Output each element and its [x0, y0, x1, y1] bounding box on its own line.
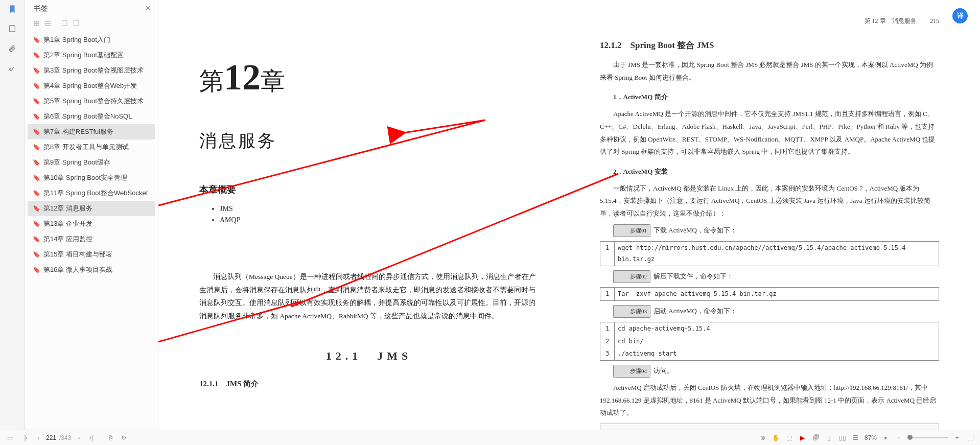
- dropdown-icon[interactable]: ▾: [881, 433, 890, 442]
- bookmark-label: 第6章 Spring Boot整合NoSQL: [43, 112, 132, 121]
- thumbnail-view-icon[interactable]: ▭: [5, 433, 14, 442]
- bookmark-label: 第11章 Spring Boot整合WebSocket: [43, 189, 148, 198]
- bookmark-item[interactable]: 🔖第5章 Spring Boot整合持久层技术: [28, 93, 155, 109]
- sidebar-tools: ⊞ ⊟ ☐ ☐: [25, 17, 158, 31]
- subsection-heading: 12.1.1 JMS 简介: [199, 379, 539, 389]
- step-line: 步骤01下载 ActiveMQ，命令如下：: [600, 224, 939, 237]
- signature-icon[interactable]: [7, 62, 17, 73]
- page-left: 第12章 消息服务 本章概要 JMS AMQP 消息队列（Message Que…: [189, 10, 549, 435]
- bookmark-label: 第8章 开发者工具与单元测试: [43, 143, 129, 152]
- bookmark-glyph-icon: 🔖: [33, 190, 40, 197]
- single-page-icon[interactable]: ▯: [825, 433, 834, 442]
- chapter-title: 消息服务: [199, 129, 539, 153]
- current-page[interactable]: 221: [46, 434, 56, 441]
- bookmark-item[interactable]: 🔖第2章 Spring Boot基础配置: [28, 48, 155, 63]
- numbered-heading: 1．ActiveMQ 简介: [600, 91, 939, 104]
- bookmark-item[interactable]: 🔖第15章 项目构建与部署: [28, 247, 155, 262]
- bookmark-label: 第9章 Spring Boot缓存: [43, 158, 110, 167]
- bookmark-glyph-icon: 🔖: [33, 236, 40, 243]
- bookmark-item[interactable]: 🔖第3章 Spring Boot整合视图层技术: [28, 63, 155, 78]
- attachment-icon[interactable]: [7, 43, 17, 53]
- translate-badge[interactable]: 译: [952, 8, 968, 24]
- read-mode-icon[interactable]: 🗐: [811, 433, 821, 442]
- bookmark-item[interactable]: 🔖第14章 应用监控: [28, 231, 155, 247]
- zoom-slider[interactable]: [907, 437, 948, 438]
- bookmark-glyph-icon: 🔖: [33, 251, 40, 258]
- paragraph: Apache ActiveMQ 是一个开源的消息中间件，它不仅完全支持 JMS1…: [600, 108, 939, 158]
- tool-icon[interactable]: ⊚: [758, 433, 767, 442]
- paragraph: 一般情况下，ActiveMQ 都是安装在 Linux 上的，因此，本案例的安装环…: [600, 182, 939, 220]
- chapter-number: 第12章: [199, 56, 539, 99]
- bookmark-glyph-icon: 🔖: [33, 174, 40, 181]
- collapse-icon[interactable]: ⊟: [45, 19, 51, 27]
- fullscreen-icon[interactable]: ⛶: [966, 433, 975, 442]
- bookmark-item[interactable]: 🔖第13章 企业开发: [28, 216, 155, 231]
- bookmark-glyph-icon: 🔖: [33, 159, 40, 166]
- next-page-icon[interactable]: ›: [74, 433, 83, 442]
- subsection-heading: 12.1.2 Spring Boot 整合 JMS: [600, 37, 939, 54]
- status-bar: ▭ |‹ ‹ 221/343 › ›| ⎘ ↻ ⊚ ✋ ⬚ ▶ 🗐 ▯ ▯▯ ☰…: [0, 430, 980, 445]
- bookmark-label: 第2章 Spring Boot基础配置: [43, 51, 124, 60]
- expand-icon[interactable]: ⊞: [34, 19, 40, 27]
- bookmark-item[interactable]: 🔖第12章 消息服务: [28, 201, 155, 216]
- step-line: 步骤03启动 ActiveMQ，命令如下：: [600, 305, 939, 318]
- bookmark-label: 第10章 Spring Boot安全管理: [43, 173, 127, 182]
- close-icon[interactable]: ×: [145, 3, 151, 14]
- svg-rect-0: [9, 26, 15, 32]
- section-heading: 12.1 JMS: [199, 348, 539, 364]
- page-right: 第 12 章 消息服务 | 215 12.1.2 Spring Boot 整合 …: [590, 10, 949, 435]
- prev-page-icon[interactable]: ‹: [34, 433, 43, 442]
- bookmark-outline-icon[interactable]: ☐: [61, 19, 68, 27]
- fit-page-icon[interactable]: ⎘: [106, 433, 115, 442]
- last-page-icon[interactable]: ›|: [86, 433, 96, 442]
- bookmark-glyph-icon: 🔖: [33, 144, 40, 151]
- bookmark-item[interactable]: 🔖第8章 开发者工具与单元测试: [28, 139, 155, 155]
- bookmark-label: 第12章 消息服务: [43, 204, 92, 213]
- play-icon[interactable]: ▶: [798, 433, 807, 442]
- bookmark-item[interactable]: 🔖第6章 Spring Boot整合NoSQL: [28, 109, 155, 124]
- bookmark-glyph-icon: 🔖: [33, 128, 40, 135]
- paragraph: 由于 JMS 是一套标准，因此 Spring Boot 整合 JMS 必然就是整…: [600, 59, 939, 84]
- page-icon[interactable]: [7, 24, 17, 34]
- bookmark-glyph-icon: 🔖: [33, 52, 40, 59]
- cont-page-icon[interactable]: ☰: [851, 433, 860, 442]
- bookmark-label: 第7章 构建RESTful服务: [43, 127, 113, 136]
- dual-page-icon[interactable]: ▯▯: [838, 433, 847, 442]
- document-viewer: 译 第12章 消息服务 本章概要 JMS AMQP 消息队列（Message Q…: [158, 0, 980, 445]
- total-pages: /343: [59, 434, 71, 441]
- bookmark-item[interactable]: 🔖第11章 Spring Boot整合WebSocket: [28, 185, 155, 201]
- step-line: 步骤04访问。: [600, 365, 939, 378]
- bookmark-glyph-icon: 🔖: [33, 98, 40, 105]
- select-icon[interactable]: ⬚: [785, 433, 794, 442]
- bookmark-glyph-icon: 🔖: [33, 266, 40, 273]
- bookmark-label: 第13章 企业开发: [43, 219, 92, 228]
- bookmark-label: 第4章 Spring Boot整合Web开发: [43, 81, 137, 90]
- bookmark-item[interactable]: 🔖第4章 Spring Boot整合Web开发: [28, 78, 155, 93]
- bookmark-icon[interactable]: [7, 4, 17, 14]
- bookmark-item[interactable]: 🔖第9章 Spring Boot缓存: [28, 155, 155, 170]
- first-page-icon[interactable]: |‹: [21, 433, 31, 442]
- outline-list: JMS AMQP: [220, 205, 539, 224]
- numbered-heading: 2．ActiveMQ 安装: [600, 166, 939, 178]
- zoom-in-icon[interactable]: +: [952, 433, 962, 442]
- bookmark-item[interactable]: 🔖第7章 构建RESTful服务: [28, 124, 155, 139]
- bookmark-list: 🔖第1章 Spring Boot入门🔖第2章 Spring Boot基础配置🔖第…: [25, 31, 158, 445]
- bookmark-label: 第15章 项目构建与部署: [43, 250, 112, 259]
- bookmark-item[interactable]: 🔖第1章 Spring Boot入门: [28, 32, 155, 48]
- page-navigation: |‹ ‹ 221/343 › ›|: [21, 433, 96, 442]
- paragraph: ActiveMQ 启动成功后，关闭 CentOS 防火墙，在物理机浏览器中输入地…: [600, 382, 939, 419]
- bookmarks-sidebar: 书签 × ⊞ ⊟ ☐ ☐ 🔖第1章 Spring Boot入门🔖第2章 Spri…: [25, 0, 158, 445]
- bookmark-outline-icon2[interactable]: ☐: [73, 19, 80, 27]
- bookmark-item[interactable]: 🔖第10章 Spring Boot安全管理: [28, 170, 155, 185]
- zoom-out-icon[interactable]: −: [894, 433, 903, 442]
- hand-icon[interactable]: ✋: [772, 433, 781, 442]
- page-header: 第 12 章 消息服务 | 215: [600, 15, 939, 27]
- rotate-icon[interactable]: ↻: [119, 433, 128, 442]
- bookmark-label: 第14章 应用监控: [43, 235, 92, 244]
- bookmark-glyph-icon: 🔖: [33, 220, 40, 227]
- code-block: 1wget http://mirrors.hust.edu.cn/apache/…: [600, 241, 939, 267]
- step-line: 步骤02解压下载文件，命令如下：: [600, 270, 939, 283]
- zoom-value: 87%: [865, 434, 877, 441]
- bookmark-item[interactable]: 🔖第16章 微人事项目实战: [28, 262, 155, 277]
- bookmark-label: 第1章 Spring Boot入门: [43, 35, 110, 44]
